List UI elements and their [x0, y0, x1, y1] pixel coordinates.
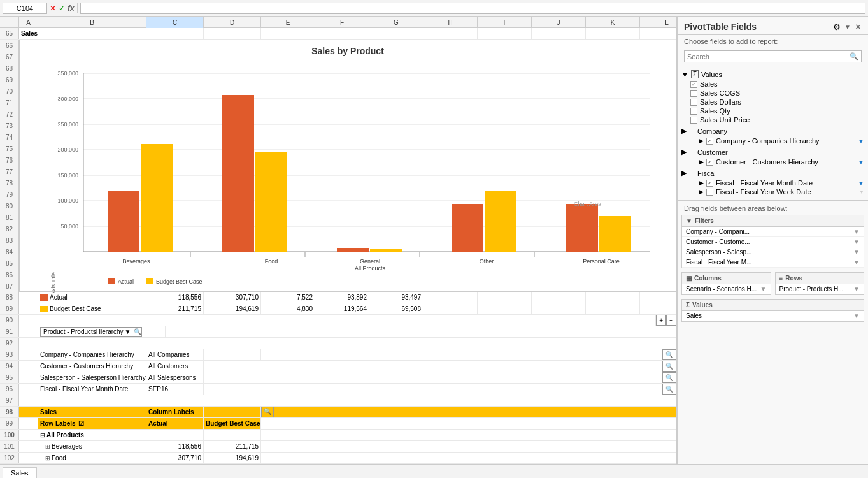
columns-label: Columns [694, 275, 722, 282]
field-item-sales-unit-price[interactable]: Sales Unit Price [678, 115, 868, 124]
field-group-company: ▶ ☰ Company ▶ ✓ Company - Companies Hier… [678, 126, 868, 145]
field-item-fiscal-week[interactable]: ▶ Fiscal - Fiscal Year Week Date ▼ [678, 187, 868, 196]
table-row: 98 Sales Column Labels 🔍 [0, 407, 676, 418]
chart-title: Sales by Product [311, 46, 384, 56]
cell-f65[interactable] [315, 28, 369, 39]
field-label-company-hierarchy: Company - Companies Hierarchy [716, 137, 820, 145]
table-row: 102 ⊞Food 307,710 194,619 [0, 453, 676, 464]
filters-label: Filters [695, 217, 714, 224]
sales-unit-price-checkbox[interactable] [690, 117, 697, 124]
table-row: 99 Row Labels ☑ Actual Budget Best Case [0, 418, 676, 430]
legend-actual-icon [108, 278, 115, 284]
chart-area-label: Chart Area [574, 201, 601, 207]
col-header-a[interactable]: A [19, 17, 38, 28]
sales-dollars-checkbox[interactable] [690, 99, 697, 106]
column-labels-filter[interactable]: 🔍 [261, 407, 274, 417]
cell-e65[interactable] [261, 28, 315, 39]
company-hierarchy-checkbox[interactable]: ✓ [706, 138, 713, 145]
pivot-areas: ▼ Filters Company - Compani...▼ Customer… [678, 215, 868, 326]
col-header-c[interactable]: C [146, 17, 204, 28]
col-header-l[interactable]: L [640, 17, 677, 28]
filter-chip-salesperson[interactable]: Salesperson - Salesp...▼ [682, 247, 864, 257]
table-row: 93 Company - Companies Hierarchy All Com… [0, 349, 676, 361]
chart-rows: 66 67 68 69 70 71 72 73 74 75 76 77 [0, 40, 676, 292]
cell-d65[interactable] [204, 28, 261, 39]
table-row: 96 Fiscal - Fiscal Year Month Date SEP16… [0, 384, 676, 395]
fiscal-week-checkbox[interactable] [706, 189, 713, 196]
fiscal-month-expand-icon[interactable]: ▶ [699, 180, 704, 186]
pivot-close-icon[interactable]: ✕ [855, 22, 862, 32]
field-item-sales[interactable]: ✓ Sales [678, 80, 868, 89]
table-icon-3: ☰ [689, 170, 695, 177]
col-header-d[interactable]: D [204, 17, 261, 28]
cell-g65[interactable] [369, 28, 423, 39]
chart-add-button[interactable]: + [656, 315, 666, 326]
filter-icon-94[interactable]: 🔍 [662, 361, 676, 372]
sales-qty-checkbox[interactable] [690, 108, 697, 115]
pivot-search-input[interactable] [685, 52, 847, 62]
cell-reference[interactable] [3, 3, 47, 14]
formula-icons: ✕ ✓ fx [50, 4, 75, 13]
sales-checkbox[interactable]: ✓ [690, 81, 697, 88]
values-box: Σ Values Sales▼ [681, 299, 864, 322]
field-item-sales-qty[interactable]: Sales Qty [678, 106, 868, 115]
settings-arrow[interactable]: ▼ [844, 24, 851, 31]
company-filter-icon: ▼ [858, 138, 864, 145]
rows-chip-product[interactable]: Product - Products H...▼ [776, 284, 864, 294]
col-header-f[interactable]: F [315, 17, 369, 28]
confirm-icon[interactable]: ✓ [59, 4, 65, 13]
svg-text:-: - [76, 249, 78, 255]
customer-expand-icon[interactable]: ▶ [699, 159, 704, 165]
filter-icon-96[interactable]: 🔍 [662, 384, 676, 395]
field-item-customer-hierarchy[interactable]: ▶ ✓ Customer - Customers Hierarchy ▼ [678, 157, 868, 166]
field-group-company-header[interactable]: ▶ ☰ Company [678, 126, 868, 136]
filter-chip-company[interactable]: Company - Compani...▼ [682, 227, 864, 237]
cell-a65[interactable]: Sales [19, 28, 38, 39]
fiscal-week-expand-icon[interactable]: ▶ [699, 189, 704, 195]
filter-chip-customer[interactable]: Customer - Custome...▼ [682, 237, 864, 247]
table-row: 94 Customer - Customers Hierarchy All Cu… [0, 361, 676, 372]
field-group-values-header[interactable]: ▼ Σ Values [678, 69, 868, 80]
chart-remove-button[interactable]: − [666, 315, 676, 326]
field-item-sales-cogs[interactable]: Sales COGS [678, 89, 868, 98]
formula-bar: ✕ ✓ fx 119563.8 [0, 0, 868, 17]
field-item-company-hierarchy[interactable]: ▶ ✓ Company - Companies Hierarchy ▼ [678, 136, 868, 145]
field-label-sales-qty: Sales Qty [700, 107, 730, 115]
pivot-filter-dropdown[interactable]: Product - ProductsHierarchy ▼ 🔍 [38, 326, 166, 337]
filter-chip-fiscal[interactable]: Fiscal - Fiscal Year M...▼ [682, 257, 864, 268]
svg-text:350,000: 350,000 [57, 70, 78, 76]
customer-hierarchy-checkbox[interactable]: ✓ [706, 159, 713, 166]
field-group-fiscal-header[interactable]: ▶ ☰ Fiscal [678, 168, 868, 178]
cell-c65[interactable] [146, 28, 204, 39]
field-item-fiscal-month[interactable]: ▶ ✓ Fiscal - Fiscal Year Month Date ▼ [678, 178, 868, 187]
filter-icon-95[interactable]: 🔍 [662, 372, 676, 383]
col-header-g[interactable]: G [369, 17, 423, 28]
values-chip-sales[interactable]: Sales▼ [682, 311, 864, 321]
col-header-j[interactable]: J [532, 17, 586, 28]
formula-input[interactable]: 119563.8 [80, 3, 865, 14]
chart-container[interactable]: Sales by Product 350,000 300,000 250,000… [19, 40, 676, 292]
values-group-expand: ▼ [681, 71, 688, 78]
sales-cogs-checkbox[interactable] [690, 90, 697, 97]
col-header-i[interactable]: I [478, 17, 532, 28]
drag-label: Drag fields between areas below: [678, 201, 868, 215]
col-header-e[interactable]: E [261, 17, 315, 28]
function-icon[interactable]: fx [68, 4, 75, 13]
filter-icon-93[interactable]: 🔍 [662, 349, 676, 360]
category-label-personalcare: Personal Care [583, 258, 620, 264]
bar-personalcare-budget [599, 216, 631, 252]
cell-b65[interactable] [38, 28, 146, 39]
fiscal-month-checkbox[interactable]: ✓ [706, 180, 713, 187]
company-expand-icon[interactable]: ▶ [699, 138, 704, 144]
field-group-customer-header[interactable]: ▶ ☰ Customer [678, 147, 868, 157]
cancel-icon[interactable]: ✕ [50, 4, 56, 13]
sheet-tab-sales[interactable]: Sales [3, 467, 37, 478]
col-header-h[interactable]: H [423, 17, 478, 28]
col-header-b[interactable]: B [38, 17, 146, 28]
col-header-k[interactable]: K [586, 17, 640, 28]
field-item-sales-dollars[interactable]: Sales Dollars [678, 98, 868, 106]
columns-chip-scenario[interactable]: Scenario - Scenarios H...▼ [682, 284, 771, 294]
legend-actual-label: Actual [118, 279, 134, 285]
pivot-settings-icon[interactable]: ⚙ [833, 22, 841, 32]
bar-other-budget [485, 191, 516, 252]
